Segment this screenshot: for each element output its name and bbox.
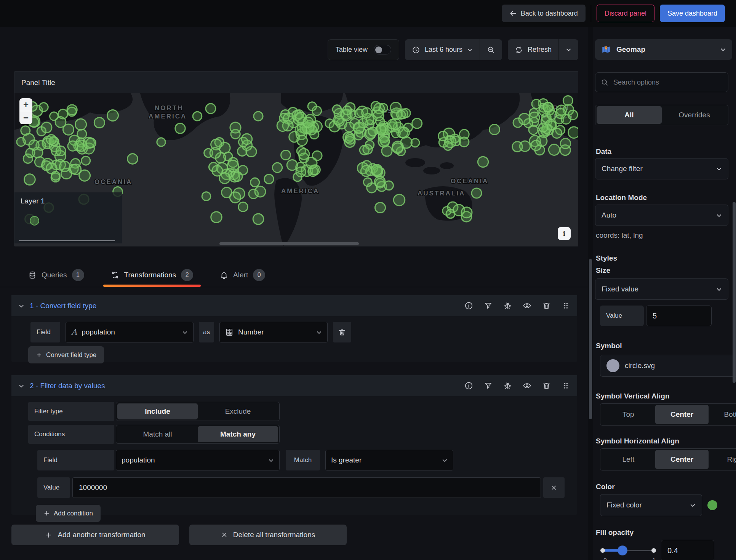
- refresh-icon: [515, 46, 523, 54]
- field-select[interactable]: A population: [66, 322, 194, 342]
- map-zoom-out-button[interactable]: −: [19, 111, 32, 124]
- visualization-picker-button[interactable]: Geomap: [595, 39, 732, 60]
- symbol-value: circle.svg: [625, 362, 655, 370]
- transformation-title[interactable]: 1 - Convert field type: [30, 302, 96, 310]
- filter-include-option[interactable]: Include: [117, 403, 198, 419]
- trash-icon[interactable]: [542, 301, 551, 310]
- zoom-out-icon: [487, 46, 495, 54]
- halign-center-option[interactable]: Center: [655, 450, 709, 469]
- color-mode-select[interactable]: Fixed color: [600, 494, 702, 516]
- tab-queries[interactable]: Queries 1: [20, 263, 93, 287]
- tab-transformations[interactable]: Transformations 2: [102, 263, 202, 287]
- drag-handle-icon[interactable]: [562, 301, 570, 310]
- panel-preview: Panel Title: [14, 71, 578, 246]
- fill-opacity-input[interactable]: [661, 540, 714, 560]
- size-mode-select[interactable]: Fixed value: [595, 278, 728, 300]
- info-icon[interactable]: [464, 381, 473, 390]
- size-value-input[interactable]: [646, 306, 712, 326]
- halign-right-option[interactable]: Right: [709, 450, 736, 469]
- condition-value-input[interactable]: [72, 477, 541, 498]
- svg-text:AMERICA: AMERICA: [281, 187, 319, 195]
- table-view-toggle[interactable]: [374, 45, 391, 54]
- symbol-select[interactable]: circle.svg: [600, 355, 736, 377]
- add-condition-button[interactable]: Add condition: [36, 505, 101, 522]
- delete-conversion-button[interactable]: [333, 322, 351, 342]
- debug-icon[interactable]: [503, 301, 512, 310]
- match-all-option[interactable]: Match all: [117, 426, 198, 442]
- add-convert-label: Convert field type: [46, 351, 96, 359]
- trash-icon[interactable]: [542, 381, 551, 390]
- valign-bottom-option[interactable]: Bottom: [709, 405, 736, 424]
- topbar-divider: [591, 5, 591, 22]
- tab-overrides[interactable]: Overrides: [662, 106, 727, 124]
- options-search-input[interactable]: [613, 78, 723, 86]
- slider-handle[interactable]: [618, 546, 627, 555]
- chevron-down-icon: [566, 47, 571, 53]
- debug-icon[interactable]: [503, 381, 512, 390]
- editor-tabs: Queries 1 Transformations 2 Alert 0: [0, 263, 588, 287]
- conditions-label: Conditions: [28, 425, 114, 444]
- valign-top-option[interactable]: Top: [602, 405, 655, 424]
- add-convert-field-type-button[interactable]: Convert field type: [28, 346, 104, 363]
- type-select[interactable]: Number: [219, 322, 328, 342]
- map-zoom-in-button[interactable]: +: [19, 98, 32, 111]
- symbol-vertical-align-segment: Top Center Bottom: [600, 403, 736, 426]
- condition-field-select[interactable]: population: [116, 450, 280, 470]
- tab-all[interactable]: All: [597, 106, 662, 124]
- halign-left-option[interactable]: Left: [602, 450, 655, 469]
- fill-opacity-heading: Fill opacity: [596, 528, 634, 537]
- chevron-down-icon[interactable]: [18, 383, 24, 389]
- refresh-button[interactable]: Refresh: [508, 39, 558, 60]
- table-view-label: Table view: [336, 46, 368, 54]
- add-another-transformation-button[interactable]: Add another transformation: [11, 525, 179, 545]
- refresh-label: Refresh: [528, 46, 552, 54]
- time-range-button[interactable]: Last 6 hours: [405, 39, 480, 60]
- panel-header[interactable]: Panel Title: [14, 72, 578, 93]
- map-attribution-button[interactable]: i: [558, 227, 571, 240]
- fill-opacity-slider[interactable]: [601, 549, 655, 552]
- field-label: Field: [30, 322, 60, 342]
- slider-max-label: 1: [652, 557, 656, 560]
- sidebar-scrollbar-thumb[interactable]: [733, 202, 736, 383]
- close-icon: [550, 484, 557, 491]
- back-to-dashboard-button[interactable]: Back to dashboard: [502, 5, 586, 22]
- database-icon: [28, 271, 37, 279]
- match-any-option[interactable]: Match any: [198, 426, 278, 442]
- editor-scrollbar-thumb[interactable]: [589, 259, 592, 419]
- valign-center-option[interactable]: Center: [655, 405, 709, 424]
- data-filter-select[interactable]: Change filter: [595, 158, 728, 179]
- operator-select[interactable]: Is greater: [325, 450, 453, 470]
- transformation-header[interactable]: 2 - Filter data by values: [11, 375, 577, 396]
- transformation-body: Filter type Include Exclude Conditions M…: [11, 396, 577, 522]
- circle-symbol-icon: [606, 359, 619, 372]
- zoom-out-time-button[interactable]: [480, 39, 502, 60]
- info-icon[interactable]: [464, 301, 473, 310]
- tab-alert[interactable]: Alert 0: [211, 263, 274, 287]
- transformation-header[interactable]: 1 - Convert field type: [11, 295, 577, 316]
- slider-min-dot: [600, 548, 605, 553]
- filter-icon[interactable]: [484, 381, 493, 390]
- map-horizontal-scrollbar[interactable]: [219, 242, 359, 245]
- save-dashboard-button[interactable]: Save dashboard: [660, 5, 725, 22]
- symbol-horizontal-align-heading: Symbol Horizontal Align: [596, 437, 679, 445]
- drag-handle-icon[interactable]: [562, 381, 570, 390]
- location-mode-select[interactable]: Auto: [595, 205, 728, 226]
- tab-alert-label: Alert: [233, 271, 248, 279]
- filter-exclude-option[interactable]: Exclude: [198, 403, 278, 419]
- svg-text:OCEANIA: OCEANIA: [451, 178, 488, 185]
- filter-type-label: Filter type: [28, 402, 114, 421]
- top-bar-actions: Back to dashboard Discard panel Save das…: [502, 5, 725, 22]
- visualization-name: Geomap: [616, 45, 645, 54]
- refresh-interval-button[interactable]: [559, 39, 578, 60]
- eye-icon[interactable]: [523, 301, 531, 310]
- tab-alert-badge: 0: [253, 269, 265, 281]
- transformation-title[interactable]: 2 - Filter data by values: [30, 382, 105, 390]
- delete-all-transformations-button[interactable]: Delete all transformations: [189, 525, 347, 545]
- discard-panel-button[interactable]: Discard panel: [597, 5, 654, 22]
- chevron-down-icon[interactable]: [18, 303, 24, 309]
- fixed-color-swatch[interactable]: [707, 500, 717, 510]
- eye-icon[interactable]: [523, 381, 531, 390]
- geomap-canvas[interactable]: NORTHAMERICAASIAOCEANIAAMERICAOCEANIAAUS…: [14, 93, 578, 246]
- filter-icon[interactable]: [484, 301, 493, 310]
- clear-condition-button[interactable]: [543, 477, 565, 498]
